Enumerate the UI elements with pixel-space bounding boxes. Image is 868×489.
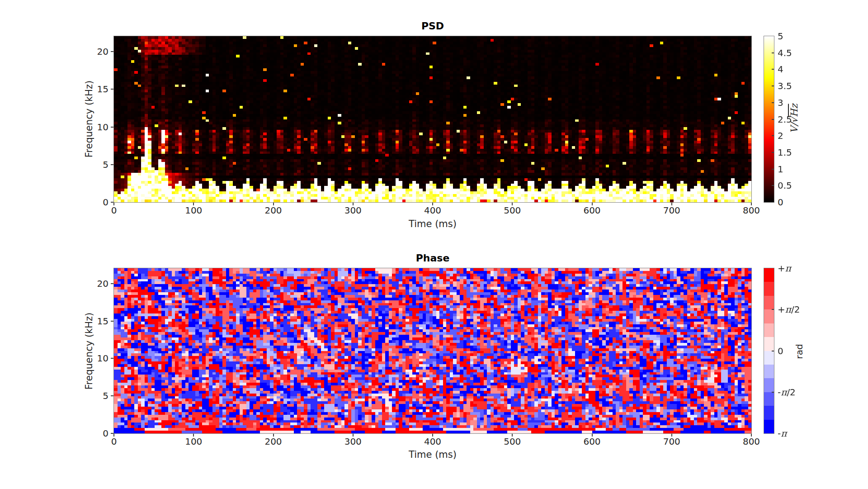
colorbar-tick-mark <box>772 185 774 186</box>
colorbar-tick-label: 3.5 <box>778 81 792 91</box>
colorbar-tick-label: 4.5 <box>778 47 792 58</box>
colorbar-tick-mark <box>772 102 774 103</box>
x-tick-label: 0 <box>111 437 117 446</box>
x-tick-label: 200 <box>264 437 282 446</box>
x-tick-label: 500 <box>504 205 521 215</box>
x-tick-label: 300 <box>344 205 362 215</box>
psd-xlabel: Time (ms) <box>409 218 457 229</box>
y-tick-label: 5 <box>81 390 108 401</box>
colorbar-tick-label: 5 <box>778 31 783 42</box>
y-tick-mark <box>111 164 113 165</box>
y-tick-label: 20 <box>81 46 108 57</box>
phase-xlabel: Time (ms) <box>409 449 457 460</box>
colorbar-tick-label: 3 <box>778 97 783 108</box>
y-tick-label: 15 <box>81 316 108 327</box>
y-tick-label: 10 <box>81 353 108 364</box>
colorbar-tick-mark <box>772 119 774 120</box>
colorbar-tick-mark <box>772 135 774 136</box>
y-tick-mark <box>111 433 113 434</box>
x-tick-label: 600 <box>583 205 600 215</box>
colorbar-tick-mark <box>772 392 774 393</box>
y-tick-label: 10 <box>81 122 108 133</box>
colorbar-tick-label: 4 <box>778 64 783 75</box>
x-tick-label: 400 <box>424 437 441 446</box>
colorbar-tick-mark <box>772 85 774 86</box>
x-tick-label: 600 <box>583 437 600 446</box>
y-tick-mark <box>111 283 113 284</box>
x-tick-label: 500 <box>504 437 521 446</box>
colorbar-tick-label: -π <box>778 428 787 439</box>
colorbar-tick-label: -π/2 <box>778 387 796 398</box>
colorbar-tick-mark <box>772 152 774 153</box>
colorbar-tick-label: 0.5 <box>778 180 792 191</box>
x-tick-label: 300 <box>344 437 362 446</box>
psd-heatmap <box>113 36 752 203</box>
y-tick-mark <box>111 202 113 203</box>
y-tick-label: 20 <box>81 278 108 289</box>
colorbar-tick-mark <box>772 169 774 170</box>
y-tick-mark <box>111 51 113 52</box>
figure: PSD Frequency (kHz) Time (ms) V/√Hz 0100… <box>0 0 868 489</box>
x-tick-label: 0 <box>111 205 117 215</box>
x-tick-label: 400 <box>424 205 441 215</box>
y-tick-mark <box>111 395 113 396</box>
x-tick-label: 200 <box>264 205 282 215</box>
colorbar-tick-label: 0 <box>778 197 783 208</box>
colorbar-tick-label: 1.5 <box>778 147 792 158</box>
x-tick-label: 100 <box>185 205 202 215</box>
y-tick-mark <box>111 321 113 322</box>
colorbar-tick-label: 1 <box>778 164 783 175</box>
phase-heatmap <box>113 268 752 434</box>
psd-heatmap-canvas <box>114 36 751 202</box>
colorbar-tick-mark <box>772 69 774 70</box>
x-tick-label: 800 <box>743 205 760 215</box>
y-tick-mark <box>111 127 113 128</box>
y-tick-label: 0 <box>81 197 108 208</box>
colorbar-tick-label: 2 <box>778 130 783 141</box>
phase-colorbar-label: rad <box>794 344 805 359</box>
x-tick-label: 800 <box>743 437 760 446</box>
colorbar-tick-label: 0 <box>778 346 783 356</box>
y-tick-mark <box>111 89 113 90</box>
colorbar-tick-label: +π/2 <box>778 304 800 315</box>
y-tick-label: 0 <box>81 428 108 439</box>
y-tick-mark <box>111 358 113 359</box>
colorbar-tick-label: 2.5 <box>778 114 792 125</box>
colorbar-tick-mark <box>772 52 774 53</box>
colorbar-tick-mark <box>772 351 774 351</box>
y-tick-label: 15 <box>81 84 108 95</box>
x-tick-label: 100 <box>185 437 202 446</box>
colorbar-tick-mark <box>772 309 774 310</box>
x-tick-label: 700 <box>663 205 680 215</box>
colorbar-tick-label: +π <box>778 263 791 274</box>
phase-heatmap-canvas <box>114 268 751 433</box>
phase-title: Phase <box>114 252 751 264</box>
psd-title: PSD <box>114 20 751 32</box>
x-tick-label: 700 <box>663 437 680 446</box>
y-tick-label: 5 <box>81 159 108 170</box>
